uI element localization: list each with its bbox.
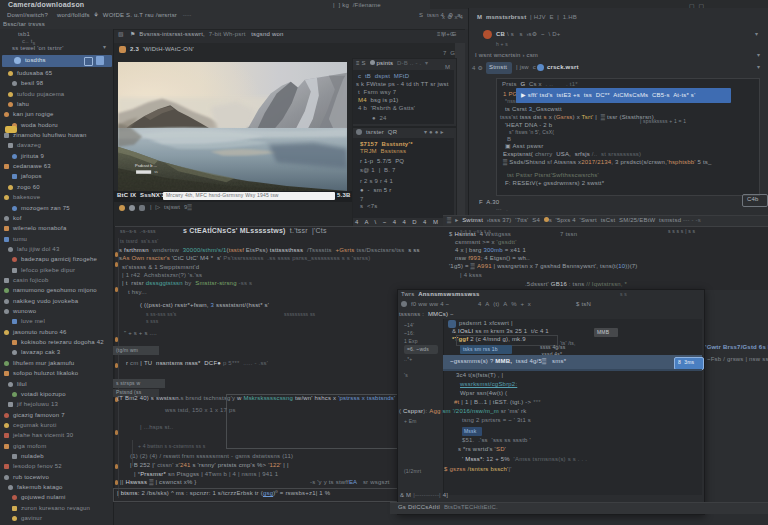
svg-text:Psdcsst b ...: Psdcsst b ... [135, 163, 157, 168]
svg-text:ss: ss [154, 170, 158, 174]
